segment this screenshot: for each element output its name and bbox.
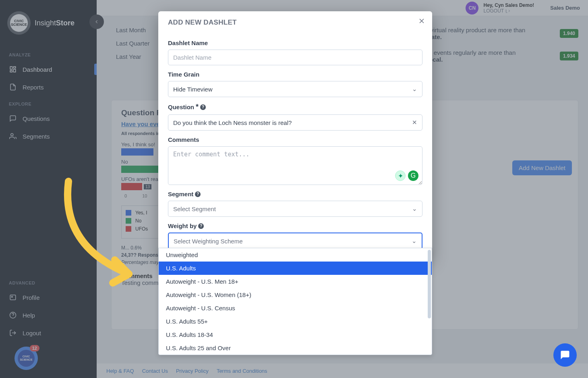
dashlet-name-input[interactable] — [168, 50, 422, 65]
weight-option[interactable]: U.S. Adults — [159, 262, 432, 275]
label-question: Question* ? — [168, 103, 422, 111]
label-time-grain: Time Grain — [168, 71, 422, 78]
segment-help-icon[interactable]: ? — [195, 191, 201, 197]
label-weight-by: Weight by ? — [168, 222, 422, 229]
weight-by-placeholder: Select Weighting Scheme — [174, 238, 242, 245]
weight-option[interactable]: Autoweight - U.S. Census — [159, 301, 432, 315]
label-dashlet-name: Dashlet Name — [168, 39, 422, 46]
grammar-badges: ✦ G — [395, 170, 418, 181]
modal-close-button[interactable] — [418, 17, 426, 27]
chevron-down-icon: ⌄ — [412, 85, 417, 93]
grammar-check-icon[interactable]: ✦ — [395, 170, 406, 181]
add-dashlet-modal: ADD NEW DASHLET Dashlet Name Time Grain … — [158, 11, 432, 259]
segment-select[interactable]: Select Segment ⌄ — [168, 201, 422, 217]
question-value: Do you think the Loch Ness monster is re… — [173, 119, 292, 126]
grammarly-icon[interactable]: G — [408, 170, 418, 181]
question-select[interactable]: Do you think the Loch Ness monster is re… — [168, 114, 422, 131]
weight-by-select[interactable]: Select Weighting Scheme ⌄ — [168, 233, 422, 249]
time-grain-select[interactable]: Hide Timeview ⌄ — [168, 81, 422, 97]
weight-option[interactable]: Unweighted — [159, 248, 432, 262]
modal-title: ADD NEW DASHLET — [158, 11, 432, 30]
time-grain-value: Hide Timeview — [173, 86, 213, 93]
close-icon — [418, 17, 426, 25]
label-segment: Segment ? — [168, 191, 422, 197]
weight-option[interactable]: Autoweight - U.S. Men 18+ — [159, 275, 432, 288]
weight-option[interactable]: Autoweight - U.S. Women (18+) — [159, 288, 432, 301]
clear-icon[interactable]: ✕ — [412, 119, 417, 126]
chevron-down-icon: ⌄ — [412, 205, 417, 212]
dropdown-scrollbar[interactable] — [428, 250, 431, 318]
chat-button[interactable] — [553, 343, 577, 367]
segment-placeholder: Select Segment — [173, 206, 216, 212]
weight-option[interactable]: U.S. Adults 55+ — [159, 315, 432, 328]
weight-by-dropdown: UnweightedU.S. AdultsAutoweight - U.S. M… — [158, 248, 432, 355]
question-help-icon[interactable]: ? — [200, 104, 206, 110]
modal-body: Dashlet Name Time Grain Hide Timeview ⌄ … — [158, 30, 432, 259]
comments-textarea[interactable] — [168, 146, 422, 185]
chat-icon — [559, 349, 571, 361]
label-comments: Comments — [168, 136, 422, 143]
weight-option[interactable]: U.S. Adults 18-34 — [159, 328, 432, 341]
weight-option[interactable]: U.S. Adults 25 and Over — [159, 341, 432, 355]
weight-help-icon[interactable]: ? — [198, 223, 204, 229]
chevron-down-icon: ⌄ — [412, 237, 417, 245]
